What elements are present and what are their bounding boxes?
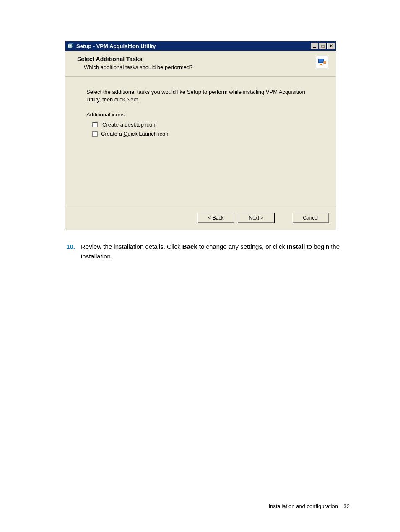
wizard-header: Select Additional Tasks Which additional…: [65, 51, 336, 77]
text: to change any settings, or click: [197, 243, 287, 250]
maximize-button[interactable]: [319, 43, 327, 49]
checkbox-desktop-icon-row: Create a desktop icon: [86, 121, 315, 128]
page-title: Select Additional Tasks: [77, 56, 192, 62]
step-text: Review the installation details. Click B…: [81, 242, 350, 261]
label-hotkey: B: [213, 215, 216, 221]
checkbox-desktop-icon-label[interactable]: Create a desktop icon: [101, 121, 156, 128]
svg-rect-4: [320, 64, 322, 65]
minimize-button[interactable]: [311, 43, 318, 49]
label-hotkey: Q: [123, 131, 127, 137]
footer-section: Installation and configuration: [268, 503, 338, 509]
footer-page-number: 32: [344, 503, 350, 509]
checkbox-quicklaunch[interactable]: [92, 131, 98, 137]
text: Review the installation details. Click: [81, 243, 182, 250]
label-text: esktop icon: [128, 121, 156, 128]
label-text: <: [208, 215, 212, 221]
step-number: 10.: [65, 242, 75, 261]
setup-dialog: Setup - VPM Acquisition Utility ✕ Select…: [65, 41, 336, 230]
wizard-body: Select the additional tasks you would li…: [65, 77, 336, 207]
label-hotkey: d: [125, 121, 127, 128]
svg-rect-5: [319, 65, 323, 65]
window-title: Setup - VPM Acquisition Utility: [76, 43, 307, 49]
window-controls: ✕: [310, 43, 335, 49]
checkbox-desktop-icon[interactable]: [92, 122, 98, 127]
label-text: ack: [216, 215, 224, 221]
label-text: uick Launch icon: [128, 131, 169, 137]
next-button[interactable]: Next >: [238, 213, 275, 223]
titlebar[interactable]: Setup - VPM Acquisition Utility ✕: [65, 41, 336, 51]
back-button[interactable]: < Back: [197, 213, 234, 223]
label-text: Create a: [101, 131, 123, 137]
wizard-footer: < Back Next > Cancel: [65, 207, 336, 230]
page-subtitle: Which additional tasks should be perform…: [77, 64, 192, 70]
instruction-step: 10. Review the installation details. Cli…: [65, 242, 350, 261]
svg-rect-7: [324, 62, 326, 63]
checkbox-quicklaunch-label[interactable]: Create a Quick Launch icon: [101, 131, 168, 137]
checkbox-quicklaunch-row: Create a Quick Launch icon: [86, 131, 315, 137]
text-bold: Back: [182, 243, 197, 250]
svg-rect-3: [319, 59, 323, 62]
close-button[interactable]: ✕: [327, 43, 335, 49]
label-text: Create a: [102, 121, 125, 128]
group-label-additional-icons: Additional icons:: [86, 111, 315, 118]
label-hotkey: N: [249, 215, 252, 221]
text-bold: Install: [287, 243, 305, 250]
wizard-icon: [316, 56, 328, 68]
svg-rect-0: [68, 44, 72, 48]
instruction-text: Select the additional tasks you would li…: [86, 88, 313, 103]
cancel-button[interactable]: Cancel: [292, 213, 329, 223]
label-text: ext >: [252, 215, 263, 221]
page-footer: Installation and configuration 32: [268, 503, 350, 509]
app-icon: [67, 43, 74, 49]
